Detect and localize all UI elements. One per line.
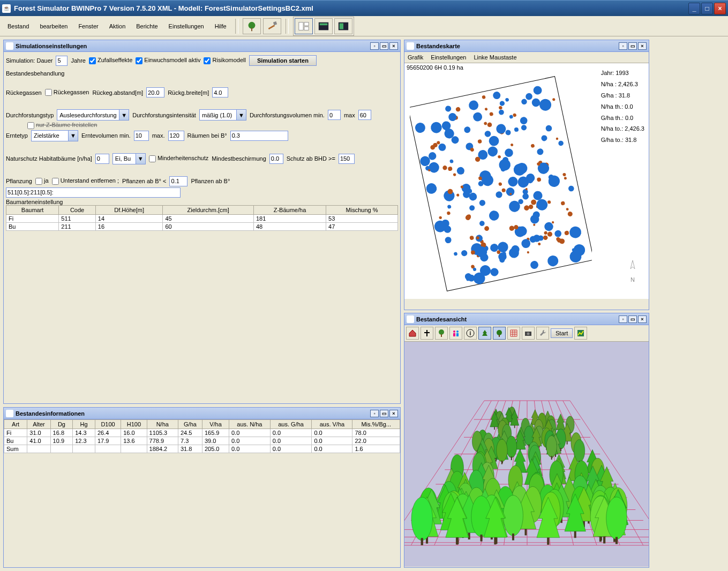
map-menu-grafik[interactable]: Grafik <box>408 54 423 61</box>
layout-1-button[interactable] <box>295 18 313 34</box>
view-info-button[interactable]: i <box>464 327 477 340</box>
menu-berichte[interactable]: Berichte <box>132 21 162 32</box>
layout-2-button[interactable] <box>314 18 333 34</box>
panel-maximize-button[interactable]: ▭ <box>380 42 388 50</box>
panel-icon <box>6 410 13 417</box>
window-minimize-button[interactable]: _ <box>688 3 700 14</box>
table-row[interactable]: Bu41.010.912.317.913.6778.97.339.00.00.0… <box>4 437 400 445</box>
window-close-button[interactable]: × <box>714 3 726 14</box>
chevron-down-icon[interactable]: ▼ <box>136 154 145 164</box>
thinning-intensity-combo[interactable]: ▼ <box>199 109 246 121</box>
skidtrail-dist-input[interactable] <box>146 87 164 97</box>
svg-point-85 <box>564 177 567 180</box>
table-row[interactable]: Sum1884.231.8205.00.00.00.01.6 <box>4 445 400 453</box>
remove-understory-checkbox[interactable] <box>52 178 59 185</box>
svg-point-179 <box>547 231 553 237</box>
panel-maximize-button[interactable]: ▭ <box>628 315 637 323</box>
view-tree-button[interactable] <box>435 327 448 340</box>
chevron-down-icon[interactable]: ▼ <box>236 110 246 120</box>
view-start-button[interactable]: Start <box>551 328 573 338</box>
panel-iconify-button[interactable]: ▫ <box>370 42 379 50</box>
panel-maximize-button[interactable]: ▭ <box>628 42 637 50</box>
min-cover-input[interactable] <box>269 154 283 164</box>
svg-point-123 <box>521 124 527 131</box>
habitat-count-input[interactable] <box>95 154 109 164</box>
window-maximize-button[interactable]: □ <box>701 3 713 14</box>
panel-close-button[interactable]: × <box>389 42 398 50</box>
map-menu-maustaste[interactable]: Linke Maustaste <box>474 54 516 61</box>
view-camera-button[interactable] <box>522 327 535 340</box>
svg-point-118 <box>498 109 505 116</box>
view-grid-button[interactable] <box>507 327 520 340</box>
svg-point-107 <box>558 140 564 146</box>
svg-rect-293 <box>560 448 561 451</box>
svg-point-176 <box>468 100 479 111</box>
thinning-vol-min-input[interactable] <box>328 110 341 120</box>
habitat-species-combo[interactable]: ▼ <box>112 153 146 164</box>
map-menu-einstellungen[interactable]: Einstellungen <box>431 54 466 61</box>
view-tree3-button[interactable] <box>493 327 506 340</box>
menu-fenster[interactable]: Fenster <box>74 21 102 32</box>
thinning-type-combo[interactable]: ▼ <box>57 109 129 121</box>
planting-yes-checkbox[interactable] <box>35 178 42 185</box>
view-3d-canvas[interactable] <box>404 342 649 567</box>
harvest-vol-min-input[interactable] <box>134 131 149 141</box>
sim-years-input[interactable] <box>56 56 67 66</box>
svg-point-129 <box>499 101 505 107</box>
chevron-down-icon[interactable]: ▼ <box>68 131 78 141</box>
panel-maximize-button[interactable]: ▭ <box>380 410 388 417</box>
plant-from-input[interactable] <box>169 176 187 186</box>
only-z-trees-checkbox[interactable] <box>27 122 34 129</box>
table-row[interactable]: Fi31.016.814.326.416.01105.324.5165.90.0… <box>4 429 400 437</box>
map-canvas[interactable]: 95650200 6H 0.19 ha Jahr: 1993 N/ha : 2,… <box>404 63 649 299</box>
table-row[interactable]: Fi511144518153 <box>6 214 398 222</box>
minority-label: Minderheitenschutz <box>157 155 208 161</box>
plant-from-label: Pflanzen ab B° < <box>122 178 166 184</box>
view-wrench-button[interactable] <box>536 327 549 340</box>
svg-point-122 <box>545 125 553 132</box>
layout-3-button[interactable] <box>334 18 352 34</box>
panel-close-button[interactable]: × <box>638 315 647 323</box>
clear-at-input[interactable] <box>230 131 288 141</box>
treatment-heading: Bestandesbehandlung <box>6 70 398 77</box>
minority-checkbox[interactable] <box>149 155 156 162</box>
ingrowth-checkbox[interactable] <box>136 57 142 64</box>
view-people-button[interactable] <box>449 327 462 340</box>
planting-label: Pflanzung <box>6 178 32 184</box>
panel-close-button[interactable]: × <box>389 410 398 417</box>
menu-bearbeiten[interactable]: bearbeiten <box>35 21 72 32</box>
start-simulation-button[interactable]: Simulation starten <box>249 55 317 66</box>
svg-point-121 <box>530 144 535 148</box>
view-cross-button[interactable] <box>421 327 433 340</box>
chevron-down-icon[interactable]: ▼ <box>119 110 129 120</box>
harvest-type-combo[interactable]: ▼ <box>31 130 78 141</box>
svg-rect-1 <box>251 27 252 31</box>
skidtrail-width-input[interactable] <box>212 87 228 97</box>
skidtrail-checkbox[interactable] <box>45 89 52 96</box>
view-tree2-button[interactable] <box>478 327 491 340</box>
menu-hilfe[interactable]: Hilfe <box>211 21 231 32</box>
panel-iconify-button[interactable]: ▫ <box>619 42 627 50</box>
menu-aktion[interactable]: Aktion <box>105 21 130 32</box>
random-effects-checkbox[interactable] <box>89 57 96 64</box>
svg-point-40 <box>449 159 454 163</box>
table-row[interactable]: Bu21116604847 <box>6 222 398 230</box>
view-chart-button[interactable] <box>574 327 587 340</box>
menu-einstellungen[interactable]: Einstellungen <box>164 21 208 32</box>
menu-bestand[interactable]: Bestand <box>3 21 33 32</box>
svg-rect-454 <box>547 538 549 545</box>
stand-map-panel: Bestandeskarte ▫ ▭ × Grafik Einstellunge… <box>404 40 649 310</box>
view-home-button[interactable] <box>406 327 419 340</box>
harvest-vol-max-input[interactable] <box>168 131 184 141</box>
toolbar-axe-button[interactable] <box>263 18 281 34</box>
panel-iconify-button[interactable]: ▫ <box>370 410 379 417</box>
panel-close-button[interactable]: × <box>638 42 647 50</box>
planting-formula-input[interactable] <box>6 187 181 198</box>
toolbar-tree-button[interactable] <box>243 18 261 34</box>
panel-iconify-button[interactable]: ▫ <box>619 315 627 323</box>
thinning-vol-max-input[interactable] <box>358 110 371 120</box>
risk-checkbox[interactable] <box>204 57 211 64</box>
svg-rect-9 <box>339 23 343 29</box>
svg-point-219 <box>497 330 502 335</box>
protect-bhd-input[interactable] <box>339 154 355 164</box>
